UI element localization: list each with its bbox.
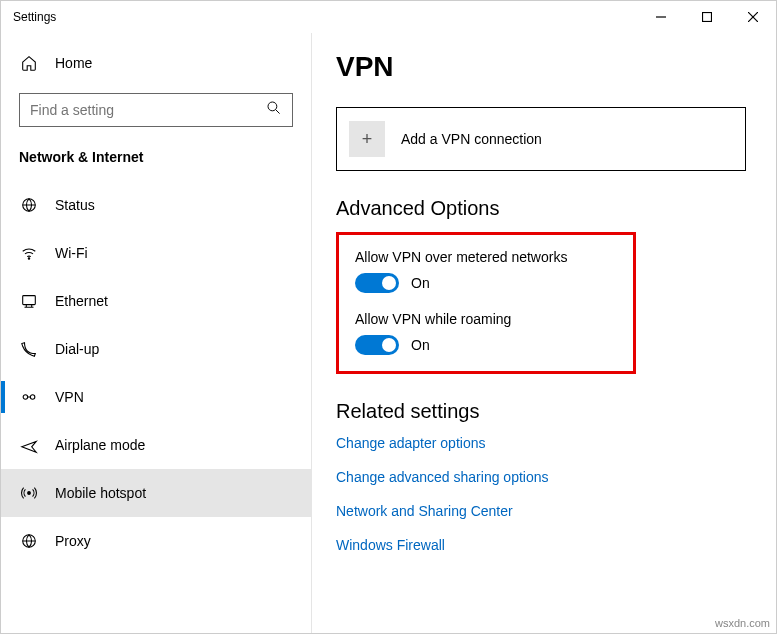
svg-line-5 (276, 110, 280, 114)
main-content: VPN + Add a VPN connection Advanced Opti… (311, 33, 776, 633)
titlebar: Settings (1, 1, 776, 33)
sidebar-item-label: VPN (55, 389, 84, 405)
plus-icon: + (349, 121, 385, 157)
page-title: VPN (336, 51, 752, 83)
related-settings-header: Related settings (336, 400, 752, 423)
search-input[interactable] (30, 102, 266, 118)
maximize-button[interactable] (684, 1, 730, 33)
hotspot-icon (19, 484, 39, 502)
search-box[interactable] (19, 93, 293, 127)
metered-toggle[interactable] (355, 273, 399, 293)
sidebar-item-label: Dial-up (55, 341, 99, 357)
add-vpn-button[interactable]: + Add a VPN connection (336, 107, 746, 171)
sidebar-item-label: Wi-Fi (55, 245, 88, 261)
link-sharing-options[interactable]: Change advanced sharing options (336, 469, 752, 485)
status-icon (19, 196, 39, 214)
window-title: Settings (13, 10, 638, 24)
sidebar-item-dialup[interactable]: Dial-up (1, 325, 311, 373)
sidebar-item-status[interactable]: Status (1, 181, 311, 229)
wifi-icon (19, 244, 39, 262)
svg-point-9 (23, 395, 28, 400)
home-label: Home (55, 55, 92, 71)
search-icon (266, 100, 282, 120)
sidebar-item-label: Ethernet (55, 293, 108, 309)
proxy-icon (19, 532, 39, 550)
metered-state: On (411, 275, 430, 291)
vpn-icon (19, 388, 39, 406)
svg-point-7 (28, 258, 29, 259)
svg-point-12 (28, 492, 31, 495)
home-icon (19, 54, 39, 72)
minimize-button[interactable] (638, 1, 684, 33)
svg-point-4 (268, 102, 277, 111)
svg-rect-1 (703, 13, 712, 22)
link-adapter-options[interactable]: Change adapter options (336, 435, 752, 451)
sidebar-item-hotspot[interactable]: Mobile hotspot (1, 469, 311, 517)
roaming-state: On (411, 337, 430, 353)
sidebar-item-label: Status (55, 197, 95, 213)
sidebar-item-airplane[interactable]: Airplane mode (1, 421, 311, 469)
link-windows-firewall[interactable]: Windows Firewall (336, 537, 752, 553)
sidebar-item-wifi[interactable]: Wi-Fi (1, 229, 311, 277)
advanced-options-header: Advanced Options (336, 197, 752, 220)
link-network-center[interactable]: Network and Sharing Center (336, 503, 752, 519)
svg-rect-8 (23, 296, 36, 305)
roaming-toggle[interactable] (355, 335, 399, 355)
svg-point-10 (30, 395, 34, 400)
close-button[interactable] (730, 1, 776, 33)
metered-label: Allow VPN over metered networks (355, 249, 617, 265)
sidebar: Home Network & Internet Status Wi-Fi Eth… (1, 33, 311, 633)
roaming-label: Allow VPN while roaming (355, 311, 617, 327)
sidebar-item-label: Mobile hotspot (55, 485, 146, 501)
advanced-options-highlight: Allow VPN over metered networks On Allow… (336, 232, 636, 374)
sidebar-item-vpn[interactable]: VPN (1, 373, 311, 421)
add-vpn-label: Add a VPN connection (401, 131, 542, 147)
airplane-icon (19, 436, 39, 454)
sidebar-item-label: Proxy (55, 533, 91, 549)
home-link[interactable]: Home (1, 43, 311, 83)
section-header: Network & Internet (1, 141, 311, 181)
sidebar-item-proxy[interactable]: Proxy (1, 517, 311, 565)
sidebar-item-label: Airplane mode (55, 437, 145, 453)
sidebar-item-ethernet[interactable]: Ethernet (1, 277, 311, 325)
ethernet-icon (19, 292, 39, 310)
watermark: wsxdn.com (715, 617, 770, 629)
dialup-icon (19, 340, 39, 358)
